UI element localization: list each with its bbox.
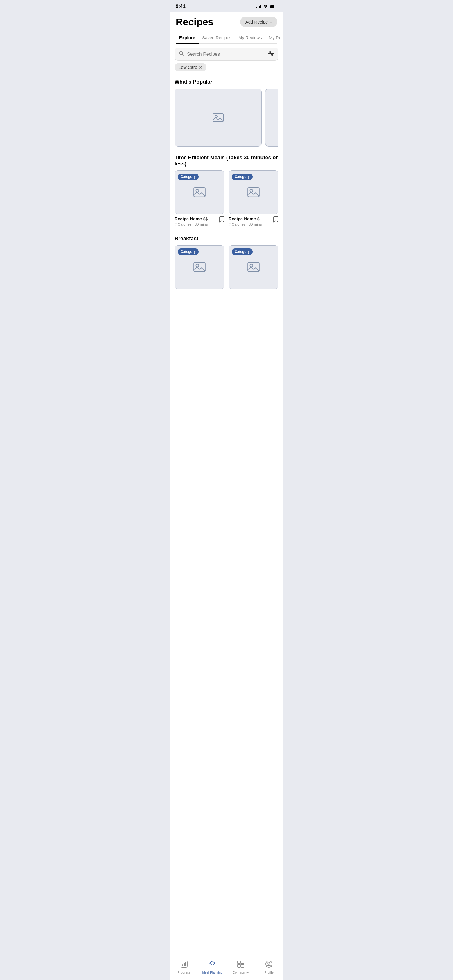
recipe-price-1: $$	[203, 216, 208, 221]
page-header: Recipes Add Recipe + Explore Saved Recip…	[170, 12, 283, 43]
status-bar: 9:41	[170, 0, 283, 12]
popular-section: What's Popular	[170, 74, 283, 150]
search-section: Low Carb ✕	[170, 43, 283, 74]
recipe-meta-1: # Calories | 30 mins	[174, 222, 208, 226]
nav-progress[interactable]: Progress	[174, 960, 194, 974]
breakfast-section: Breakfast	[170, 231, 283, 242]
svg-point-16	[196, 264, 199, 267]
tabs-row: Explore Saved Recipes My Reviews My Reci…	[176, 32, 277, 43]
svg-rect-17	[248, 262, 259, 272]
battery-icon	[270, 5, 277, 8]
svg-point-6	[271, 54, 273, 56]
breakfast-category-badge-1: Category	[178, 248, 199, 255]
recipe-name-1: Recipe Name	[174, 216, 202, 221]
page-title: Recipes	[176, 16, 214, 27]
search-icon	[179, 51, 184, 57]
filter-chip-label: Low Carb	[179, 65, 197, 70]
svg-rect-24	[241, 961, 244, 964]
svg-point-28	[268, 962, 270, 964]
svg-rect-11	[194, 188, 205, 197]
svg-rect-7	[213, 113, 223, 122]
recipe-info-2: Recipe Name $ # Calories | 30 mins	[228, 216, 279, 226]
svg-rect-21	[184, 963, 185, 966]
status-icons	[256, 4, 277, 9]
bookmark-button-2[interactable]	[273, 216, 279, 224]
bottom-nav: Progress Meal Planning Community	[170, 958, 283, 974]
bookmark-button-1[interactable]	[219, 216, 225, 224]
popular-card-1[interactable]	[174, 89, 262, 146]
wifi-icon	[263, 4, 268, 9]
svg-rect-13	[248, 188, 259, 197]
add-icon: +	[270, 19, 272, 24]
signal-icon	[256, 4, 262, 8]
meal-planning-icon	[209, 960, 216, 970]
svg-rect-26	[241, 964, 244, 967]
breakfast-img-placeholder-2	[247, 261, 260, 274]
nav-community-label: Community	[233, 971, 249, 974]
recipe-image-1: Category	[174, 170, 225, 214]
time-efficient-section: Time Efficient Meals (Takes 30 minutes o…	[170, 150, 283, 167]
breakfast-category-badge-2: Category	[232, 248, 253, 255]
time-efficient-title: Time Efficient Meals (Takes 30 minutes o…	[174, 155, 279, 167]
svg-rect-23	[238, 961, 241, 964]
breakfast-image-2: Category	[228, 245, 279, 289]
time-efficient-grid: Category Recipe Name $$	[170, 170, 283, 231]
recipe-info-1: Recipe Name $$ # Calories | 30 mins	[174, 216, 225, 226]
add-recipe-label: Add Recipe	[246, 19, 268, 24]
nav-meal-planning[interactable]: Meal Planning	[202, 960, 222, 974]
nav-profile-label: Profile	[265, 971, 274, 974]
tab-explore[interactable]: Explore	[176, 32, 199, 43]
recipe-name-2: Recipe Name	[228, 216, 256, 221]
svg-rect-20	[182, 964, 183, 966]
tab-my-reviews[interactable]: My Reviews	[235, 32, 265, 43]
breakfast-title: Breakfast	[174, 236, 279, 242]
svg-point-12	[196, 189, 199, 192]
recipe-image-2: Category	[228, 170, 279, 214]
community-icon	[237, 960, 244, 970]
nav-progress-label: Progress	[178, 971, 190, 974]
recipe-img-placeholder-2	[247, 186, 260, 199]
popular-scroll[interactable]	[174, 89, 279, 150]
recipe-card-1[interactable]: Category Recipe Name $$	[174, 170, 225, 226]
svg-rect-25	[238, 964, 241, 967]
recipe-img-placeholder-1	[193, 186, 206, 199]
tab-saved-recipes[interactable]: Saved Recipes	[199, 32, 235, 43]
nav-meal-planning-label: Meal Planning	[202, 971, 222, 974]
chip-close-icon[interactable]: ✕	[199, 65, 203, 70]
svg-point-8	[215, 115, 217, 118]
category-badge-2: Category	[232, 173, 253, 180]
profile-icon	[265, 960, 273, 970]
tab-my-recipes[interactable]: My Recipes	[265, 32, 283, 43]
progress-icon	[180, 960, 188, 970]
breakfast-grid: Category Category	[170, 245, 283, 296]
breakfast-img-placeholder-1	[193, 261, 206, 274]
search-input[interactable]	[187, 52, 265, 57]
breakfast-image-1: Category	[174, 245, 225, 289]
nav-community[interactable]: Community	[231, 960, 251, 974]
svg-rect-15	[194, 262, 205, 272]
filter-icon[interactable]	[268, 51, 274, 57]
recipe-card-2[interactable]: Category Recipe Name $	[228, 170, 279, 226]
add-recipe-button[interactable]: Add Recipe +	[240, 16, 277, 27]
popular-card-2[interactable]	[265, 89, 279, 146]
filter-chip[interactable]: Low Carb ✕	[174, 63, 206, 72]
svg-rect-22	[185, 962, 186, 966]
svg-point-18	[250, 264, 253, 267]
nav-profile[interactable]: Profile	[259, 960, 279, 974]
popular-title: What's Popular	[174, 79, 279, 85]
main-content: Recipes Add Recipe + Explore Saved Recip…	[170, 12, 283, 974]
category-badge-1: Category	[178, 173, 199, 180]
popular-image-placeholder	[212, 111, 225, 124]
svg-point-14	[250, 189, 253, 192]
breakfast-card-1[interactable]: Category	[174, 245, 225, 291]
search-bar[interactable]	[174, 48, 279, 60]
recipe-meta-2: # Calories | 30 mins	[228, 222, 262, 226]
breakfast-card-2[interactable]: Category	[228, 245, 279, 291]
svg-point-5	[269, 51, 271, 53]
svg-line-1	[182, 54, 184, 56]
status-time: 9:41	[176, 3, 185, 9]
recipe-price-2: $	[257, 216, 260, 221]
